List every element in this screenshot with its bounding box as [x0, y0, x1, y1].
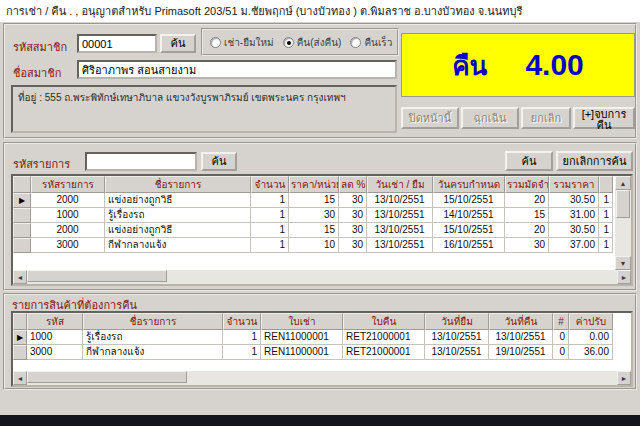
item-search-button[interactable]: ค้น — [201, 152, 237, 171]
table-cell: 3000 — [31, 238, 105, 253]
column-header[interactable]: รหัส — [27, 313, 83, 330]
mode-radio-0[interactable]: เช่า-ยืมใหม่ — [210, 35, 274, 50]
scrollbar-track[interactable] — [615, 190, 631, 256]
table-row[interactable]: 3000กีฬากลางแจ้ง1REN11000001RET210000011… — [13, 345, 631, 360]
column-header[interactable]: จำนวน — [251, 176, 289, 193]
table-cell: 1 — [251, 238, 289, 253]
column-header[interactable] — [599, 176, 613, 193]
return-table-hscrollbar[interactable]: ◄ ► — [13, 371, 631, 385]
rental-table-hscrollbar[interactable]: ◄ ► — [13, 270, 631, 284]
table-row[interactable]: 1000รู้เรื่องรถ1303013/10/255114/10/2551… — [13, 208, 615, 223]
column-header[interactable]: วันเช่า / ยืม — [367, 176, 433, 193]
return-table-body: รหัสชื่อรายการจำนวนใบเช่าใบคืนวันที่ยืมว… — [13, 313, 631, 371]
mode-radio-1[interactable]: คืน(ส่งคืน) — [283, 35, 342, 50]
mode-radio-label: คืนเร็ว — [364, 35, 392, 50]
column-header[interactable]: ชื่อรายการ — [83, 313, 223, 330]
table-cell: 13/10/2551 — [367, 223, 433, 238]
table-cell: 2000 — [31, 193, 105, 208]
table-cell: 15 — [289, 223, 339, 238]
table-cell: แข่งอย่างถูกวิธี — [105, 193, 251, 208]
scroll-left-icon[interactable]: ◄ — [13, 270, 27, 284]
column-header[interactable]: วันที่คืน — [489, 313, 553, 330]
table-row[interactable]: 3000กีฬากลางแจ้ง1103013/10/255116/10/255… — [13, 238, 615, 253]
table-cell: 1 — [599, 208, 613, 223]
table-cell: 15 — [289, 193, 339, 208]
table-cell: 13/10/2551 — [489, 330, 553, 345]
table-cell: 13/10/2551 — [425, 345, 489, 360]
column-header[interactable]: วันที่ยืม — [425, 313, 489, 330]
table-cell: 36.00 — [569, 345, 613, 360]
radio-button-icon — [350, 37, 361, 48]
table-cell: 15/10/2551 — [433, 193, 505, 208]
table-cell: 1 — [599, 223, 613, 238]
member-search-button[interactable]: ค้น — [160, 34, 196, 53]
item-code-input[interactable] — [85, 152, 197, 171]
mode-radio-2[interactable]: คืนเร็ว — [350, 35, 392, 50]
scrollbar-track[interactable] — [27, 371, 617, 385]
row-selector-header — [13, 176, 31, 193]
table-cell: 13/10/2551 — [367, 238, 433, 253]
scroll-right-icon[interactable]: ► — [617, 371, 631, 385]
table-row[interactable]: ▶2000แข่งอย่างถูกวิธี1153013/10/255115/1… — [13, 193, 615, 208]
app-window: การเช่า / คืน . , อนุญาตสำหรับ Primasoft… — [0, 0, 640, 426]
table-cell: 3000 — [27, 345, 83, 360]
table-cell: 30 — [289, 208, 339, 223]
scroll-up-icon[interactable]: ▲ — [615, 176, 631, 190]
scroll-left-icon[interactable]: ◄ — [13, 371, 27, 385]
scroll-down-icon[interactable]: ▼ — [615, 256, 631, 270]
member-id-label: รหัสสมาชิก — [13, 38, 67, 56]
table-cell: รู้เรื่องรถ — [83, 330, 223, 345]
table-cell: 30.50 — [549, 193, 599, 208]
column-header[interactable]: ลด % — [339, 176, 367, 193]
scrollbar-thumb[interactable] — [27, 270, 167, 282]
finish-return-button[interactable]: [+]จบการคืน — [573, 107, 635, 129]
member-name-label: ชื่อสมาชิก — [13, 64, 61, 82]
rental-table-vscrollbar[interactable]: ▲ ▼ — [615, 176, 631, 270]
table-cell: 20 — [505, 223, 549, 238]
table-cell: 30 — [339, 193, 367, 208]
close-page-button[interactable]: ปิดหน้านี้ — [401, 107, 459, 129]
table-cell: 30.50 — [549, 223, 599, 238]
column-header[interactable]: รวมมัดจำ — [505, 176, 549, 193]
column-header[interactable]: ราคา/หน่วย — [289, 176, 339, 193]
column-header[interactable]: รหัสรายการ — [31, 176, 105, 193]
find-button[interactable]: ค้น — [505, 151, 553, 171]
column-header[interactable]: ใบคืน — [343, 313, 425, 330]
table-cell: 30 — [339, 238, 367, 253]
member-panel: รหัสสมาชิก ค้น เช่า-ยืมใหม่คืน(ส่งคืน)คื… — [3, 23, 637, 139]
emergency-button[interactable]: ฉุกเฉิน — [461, 107, 519, 129]
row-selector[interactable]: ▶ — [13, 193, 31, 208]
scroll-right-icon[interactable]: ► — [617, 270, 631, 284]
scrollbar-thumb[interactable] — [27, 371, 187, 383]
row-selector[interactable] — [13, 208, 31, 223]
table-cell: 1 — [251, 208, 289, 223]
table-cell: 1000 — [31, 208, 105, 223]
table-cell: 30 — [505, 238, 549, 253]
cancel-button[interactable]: ยกเลิก — [521, 107, 571, 129]
mode-radio-label: เช่า-ยืมใหม่ — [224, 35, 274, 50]
row-selector[interactable] — [13, 345, 27, 360]
table-header-row: รหัสชื่อรายการจำนวนใบเช่าใบคืนวันที่ยืมว… — [13, 313, 631, 330]
column-header[interactable]: # — [553, 313, 569, 330]
rental-items-panel: รหัสรายการ ค้น ค้น ยกเลิกการค้น รหัสรายก… — [3, 142, 637, 291]
member-name-input[interactable] — [77, 60, 397, 79]
table-row[interactable]: 2000แข่งอย่างถูกวิธี1153013/10/255115/10… — [13, 223, 615, 238]
column-header[interactable]: จำนวน — [223, 313, 261, 330]
row-selector[interactable]: ▶ — [13, 330, 27, 345]
member-id-input[interactable] — [77, 34, 157, 53]
table-cell: 1 — [599, 238, 613, 253]
scrollbar-thumb[interactable] — [616, 190, 630, 218]
column-header[interactable]: วันครบกำหนด — [433, 176, 505, 193]
table-cell: 30 — [339, 223, 367, 238]
column-header[interactable]: ค่าปรับ — [569, 313, 613, 330]
column-header[interactable]: ชื่อรายการ — [105, 176, 251, 193]
column-header[interactable]: ใบเช่า — [261, 313, 343, 330]
table-cell: 10 — [289, 238, 339, 253]
table-row[interactable]: ▶1000รู้เรื่องรถ1REN11000001RET210000011… — [13, 330, 631, 345]
cancel-find-button[interactable]: ยกเลิกการค้น — [556, 151, 633, 171]
table-cell: 20 — [505, 193, 549, 208]
scrollbar-track[interactable] — [27, 270, 617, 284]
column-header[interactable]: รวมราคา — [549, 176, 599, 193]
row-selector[interactable] — [13, 238, 31, 253]
row-selector[interactable] — [13, 223, 31, 238]
